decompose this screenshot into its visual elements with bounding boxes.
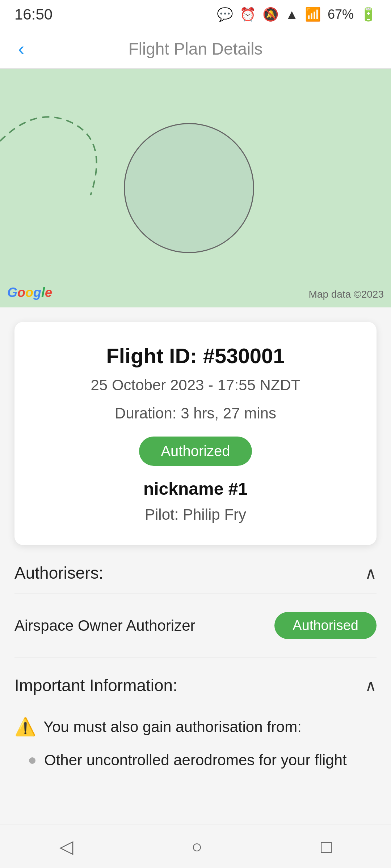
authorisers-title: Authorisers: (14, 563, 103, 583)
page-title: Flight Plan Details (129, 39, 263, 59)
nav-bar: ‹ Flight Plan Details (0, 29, 391, 69)
flight-datetime: 25 October 2023 - 17:55 NZDT (33, 376, 358, 394)
back-button[interactable]: ‹ (14, 34, 28, 63)
whatsapp-icon: 💬 (217, 7, 233, 22)
bullet-text-1: Other uncontrolled aerodromes for your f… (44, 752, 347, 769)
flight-card: Flight ID: #530001 25 October 2023 - 17:… (14, 322, 377, 545)
authorisers-section-header[interactable]: Authorisers: ∧ (14, 545, 377, 594)
battery-icon: 🔋 (360, 7, 377, 22)
home-nav-button[interactable]: ○ (177, 829, 217, 864)
status-bar: 16:50 💬 ⏰ 🔕 ▲ 📶 67% 🔋 (0, 0, 391, 29)
authorized-badge: Authorized (139, 437, 252, 466)
status-time: 16:50 (14, 6, 52, 23)
important-info-title: Important Information: (14, 676, 177, 695)
flight-id: Flight ID: #530001 (33, 344, 358, 368)
flight-duration: Duration: 3 hrs, 27 mins (33, 405, 358, 422)
authorisers-chevron-icon: ∧ (365, 564, 377, 582)
status-icons: 💬 ⏰ 🔕 ▲ 📶 67% 🔋 (217, 7, 377, 22)
signal-icon: 📶 (305, 7, 321, 22)
bottom-nav: ◁ ○ □ (0, 825, 391, 868)
authorised-badge: Authorised (274, 612, 377, 639)
flight-pilot: Pilot: Philip Fry (33, 506, 358, 523)
recent-nav-button[interactable]: □ (306, 829, 346, 864)
important-info-section-header[interactable]: Important Information: ∧ (14, 658, 377, 706)
map-data-label: Map data ©2023 (309, 289, 384, 300)
authoriser-name: Airspace Owner Authorizer (14, 617, 196, 634)
back-nav-button[interactable]: ◁ (45, 829, 88, 864)
warning-text: You must also gain authorisation from: (43, 718, 302, 736)
map-circle (124, 123, 254, 253)
warning-row: ⚠️ You must also gain authorisation from… (14, 706, 377, 744)
authoriser-row: Airspace Owner Authorizer Authorised (14, 594, 377, 658)
map-background: G o o g l e Map data ©2023 (0, 69, 391, 307)
mute-icon: 🔕 (262, 7, 279, 22)
wifi-icon: ▲ (285, 7, 298, 22)
bullet-dot-1 (29, 757, 35, 764)
important-info-chevron-icon: ∧ (365, 676, 377, 695)
flight-nickname: nickname #1 (33, 479, 358, 499)
bullet-item-1: Other uncontrolled aerodromes for your f… (14, 744, 377, 776)
alarm-icon: ⏰ (240, 7, 256, 22)
google-brand: G o o g l e (7, 285, 52, 300)
warning-triangle-icon: ⚠️ (14, 717, 36, 737)
battery-indicator: 67% (328, 7, 354, 22)
map-section: G o o g l e Map data ©2023 (0, 69, 391, 307)
content-area: Authorisers: ∧ Airspace Owner Authorizer… (0, 545, 391, 776)
